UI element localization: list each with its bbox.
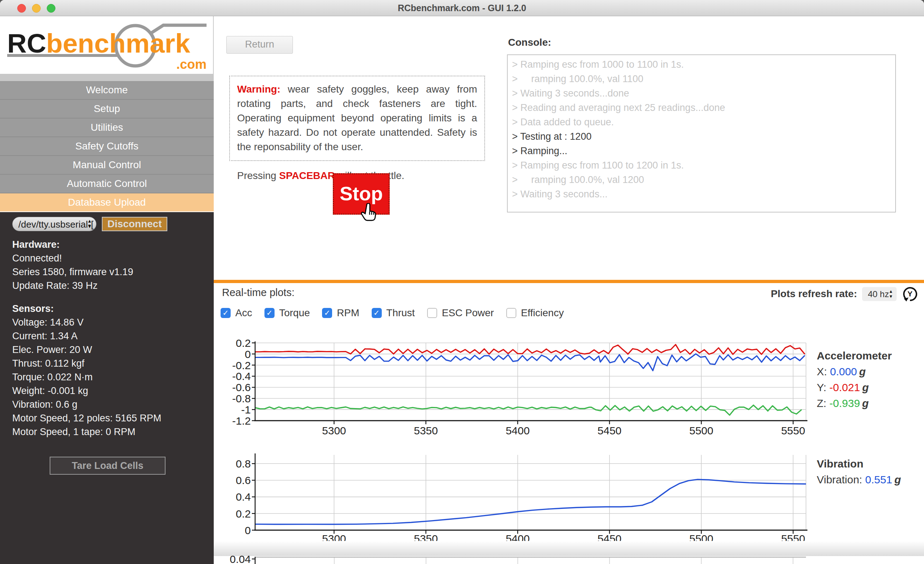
vibration-readout: Vibration Vibration: 0.551g: [817, 456, 901, 488]
plot-toggle-acc[interactable]: ✓Acc: [220, 307, 252, 319]
svg-text:-0.2: -0.2: [232, 359, 251, 371]
console-line: > Ramping esc from 1000 to 1100 in 1s.: [512, 57, 895, 72]
vibration-value-row: Vibration: 0.551g: [817, 472, 901, 488]
autoscale-y-icon[interactable]: Y: [902, 286, 918, 302]
logo-box: RCbenchmark .com: [0, 16, 214, 74]
console-line: > ramping 100.0%, val 1200: [512, 173, 895, 187]
window-title: RCbenchmark.com - GUI 1.2.0: [0, 0, 924, 16]
svg-text:5450: 5450: [598, 425, 622, 436]
console-line: > Data added to queue.: [512, 115, 895, 129]
serial-port-value: /dev/tty.usbserial-[: [18, 219, 93, 230]
refresh-rate-select[interactable]: 40 hz ▲▼: [862, 287, 897, 301]
sensor-line: Weight: -0.001 kg: [12, 384, 161, 398]
titlebar: RCbenchmark.com - GUI 1.2.0: [0, 0, 924, 16]
svg-text:0.8: 0.8: [236, 458, 251, 470]
svg-text:0.2: 0.2: [236, 338, 251, 349]
svg-text:0.4: 0.4: [236, 491, 251, 503]
logo-com: .com: [176, 57, 207, 72]
console-line: > Ramping esc from 1100 to 1200 in 1s.: [512, 158, 895, 173]
warning-box: Warning: wear safety goggles, keep away …: [229, 76, 485, 161]
sensor-line: Elec. Power: 20 W: [12, 343, 161, 356]
select-stepper-icon: ▲▼: [888, 289, 894, 301]
plot-toggle-esc-power[interactable]: ESC Power: [427, 307, 494, 319]
plot-toggle-thrust[interactable]: ✓Thrust: [372, 307, 415, 319]
sidebar-item-welcome[interactable]: Welcome: [0, 81, 214, 99]
spacebar-word: SPACEBAR: [279, 170, 335, 181]
checkbox-unchecked-icon[interactable]: [427, 308, 437, 318]
accelerometer-title: Accelerometer: [817, 348, 892, 364]
svg-text:RCbenchmark: RCbenchmark: [7, 28, 190, 58]
console-log[interactable]: > Ramping esc from 1000 to 1100 in 1s.> …: [507, 54, 896, 212]
checkbox-checked-icon[interactable]: ✓: [372, 308, 382, 318]
svg-text:0.04: 0.04: [230, 555, 251, 564]
svg-text:5400: 5400: [506, 425, 530, 436]
svg-text:-0.8: -0.8: [232, 393, 251, 405]
checkbox-unchecked-icon[interactable]: [506, 308, 516, 318]
sidebar-item-database-upload[interactable]: Database Upload: [0, 193, 214, 211]
serial-port-select[interactable]: /dev/tty.usbserial-[ ▲▼: [12, 217, 96, 231]
disconnect-button[interactable]: Disconnect: [102, 217, 167, 231]
realtime-plots-heading: Real-time plots:: [222, 287, 294, 299]
console-line: > Testing at : 1200: [512, 129, 895, 144]
vibration-title: Vibration: [817, 456, 901, 472]
sensor-line: Motor Speed, 1 tape: 0 RPM: [12, 425, 161, 439]
plot-gap-gradient: [214, 541, 924, 556]
sensor-line: Current: 1.34 A: [12, 329, 161, 343]
svg-text:0: 0: [244, 524, 251, 536]
refresh-rate-label: Plots refresh rate:: [771, 288, 857, 300]
vibration-value: 0.551: [866, 474, 892, 486]
sensors-info: Sensors: Voltage: 14.86 VCurrent: 1.34 A…: [12, 302, 161, 439]
plot-toggle-label: RPM: [337, 307, 359, 319]
return-button[interactable]: Return: [226, 36, 293, 54]
console-line: > Ramping...: [512, 144, 895, 158]
sensor-line: Thrust: 0.112 kgf: [12, 356, 161, 370]
checkbox-checked-icon[interactable]: ✓: [220, 308, 231, 318]
accelerometer-readout: Accelerometer X: 0.000g Y: -0.021g Z: -0…: [817, 348, 892, 411]
sidebar-item-manual-control[interactable]: Manual Control: [0, 155, 214, 174]
refresh-rate-row: Plots refresh rate: 40 hz ▲▼ Y: [771, 286, 918, 302]
hardware-info: Hardware: Connected!Series 1580, firmwar…: [12, 238, 133, 292]
plot-toggle-torque[interactable]: ✓Torque: [264, 307, 310, 319]
acc-x-value: 0.000: [830, 365, 857, 378]
checkbox-checked-icon[interactable]: ✓: [322, 308, 332, 318]
stop-button[interactable]: Stop: [333, 173, 390, 215]
acc-x-readout: X: 0.000g: [817, 364, 892, 380]
acc-y-value: -0.021: [830, 381, 860, 393]
tare-load-cells-button[interactable]: Tare Load Cells: [50, 457, 165, 475]
plot-toggle-rpm[interactable]: ✓RPM: [322, 307, 359, 319]
app-window: RCbenchmark.com - GUI 1.2.0 RCbenchmark …: [0, 0, 924, 564]
sensor-line: Torque: 0.022 N·m: [12, 370, 161, 384]
hardware-line: Update Rate: 39 Hz: [12, 279, 133, 292]
sidebar-item-utilities[interactable]: Utilities: [0, 118, 214, 137]
svg-text:Y: Y: [908, 290, 912, 298]
plot-toggle-efficiency[interactable]: Efficiency: [506, 307, 564, 319]
acc-z-value: -0.939: [830, 397, 860, 409]
third-chart-partial: 0.04: [214, 555, 924, 564]
sidebar-menu: WelcomeSetupUtilitiesSafety CutoffsManua…: [0, 81, 214, 211]
svg-text:-1: -1: [241, 404, 251, 416]
section-divider: [214, 280, 924, 283]
hardware-heading: Hardware:: [12, 238, 133, 251]
rcbenchmark-logo: RCbenchmark .com: [5, 21, 209, 73]
plot-toggle-label: Thrust: [387, 307, 415, 319]
svg-text:5350: 5350: [414, 425, 438, 436]
plot-series-toggles: ✓Acc✓Torque✓RPM✓ThrustESC PowerEfficienc…: [220, 307, 564, 319]
svg-text:5550: 5550: [781, 425, 805, 436]
acc-y-readout: Y: -0.021g: [817, 380, 892, 396]
plot-toggle-label: Torque: [279, 307, 310, 319]
warning-label: Warning:: [237, 84, 280, 95]
svg-text:0.2: 0.2: [236, 508, 251, 520]
checkbox-checked-icon[interactable]: ✓: [264, 308, 274, 318]
sidebar-item-safety-cutoffs[interactable]: Safety Cutoffs: [0, 137, 214, 155]
svg-text:-0.4: -0.4: [232, 370, 251, 382]
logo-rc: RC: [7, 28, 46, 58]
svg-text:-0.6: -0.6: [232, 381, 251, 393]
sensor-line: Motor Speed, 12 poles: 5165 RPM: [12, 411, 161, 425]
console-line: > Reading and averaging next 25 readings…: [512, 101, 895, 115]
sidebar-item-setup[interactable]: Setup: [0, 99, 214, 118]
sensor-line: Vibration: 0.6 g: [12, 398, 161, 411]
sidebar-item-automatic-control[interactable]: Automatic Control: [0, 174, 214, 193]
svg-text:0: 0: [244, 348, 251, 360]
acc-z-readout: Z: -0.939g: [817, 396, 892, 411]
hardware-line: Series 1580, firmware v1.19: [12, 265, 133, 279]
